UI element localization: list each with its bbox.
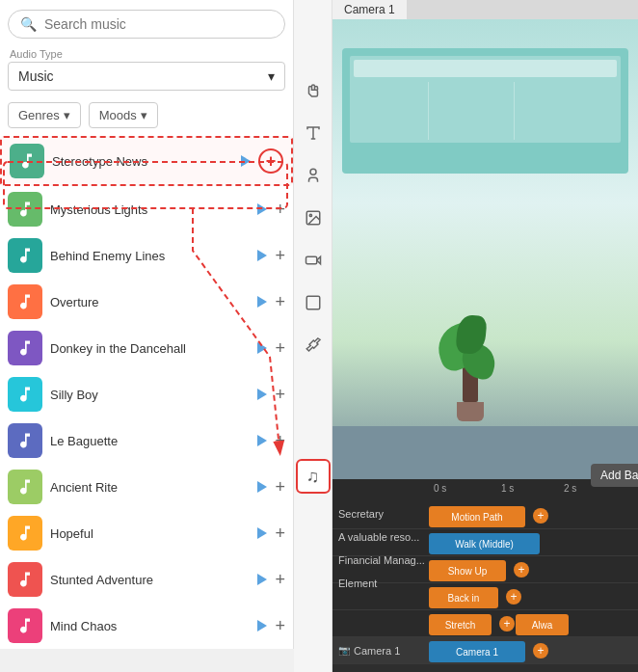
music-list-item[interactable]: Overture+ (0, 279, 293, 325)
moods-label: Moods (99, 108, 137, 122)
audio-type-section: Audio Type Music ▾ (0, 46, 293, 98)
search-box: 🔍 (8, 10, 285, 39)
play-button[interactable] (241, 155, 251, 167)
music-note-button[interactable]: ♫ (296, 459, 331, 494)
add-music-button[interactable]: + (275, 201, 285, 218)
search-icon: 🔍 (20, 16, 37, 32)
search-input[interactable] (44, 16, 273, 32)
add-music-button[interactable]: + (275, 432, 285, 449)
clip-alwa[interactable]: Alwa (516, 614, 569, 635)
music-name-label: Mysterious Lights (50, 202, 250, 217)
clip-walk-middle[interactable]: Walk (Middle) (429, 533, 540, 554)
genres-filter[interactable]: Genres ▾ (8, 102, 81, 128)
music-controls: + (257, 293, 285, 310)
music-list-item[interactable]: Ancient Rite+ (0, 464, 293, 510)
right-panel: Camera 1 Add Background Music (332, 0, 638, 672)
music-list-item[interactable]: Mind Chaos+ (0, 603, 293, 649)
music-controls: + (257, 524, 285, 542)
track-content: Motion Path + (429, 502, 638, 528)
add-music-button[interactable]: + (275, 478, 285, 496)
play-button[interactable] (257, 389, 267, 400)
add-music-button[interactable]: + (275, 247, 285, 264)
music-name-label: Le Baguette (50, 434, 250, 448)
text-tool[interactable] (300, 120, 327, 147)
music-list-item[interactable]: Stereotype News+ (0, 136, 293, 186)
track-add-button[interactable]: + (514, 562, 529, 578)
canvas-scene (332, 19, 638, 479)
music-list-item[interactable]: Silly Boy+ (0, 371, 293, 417)
music-list-item[interactable]: Mysterious Lights+ (0, 186, 293, 232)
music-thumbnail (8, 562, 42, 597)
dropdown-item-element: Element (332, 572, 429, 595)
track-row-background: ▼ Background (332, 664, 638, 672)
play-button[interactable] (257, 250, 267, 261)
video-tool[interactable] (300, 247, 327, 274)
music-controls: + (257, 571, 285, 588)
music-list: Stereotype News+Mysterious Lights+Behind… (0, 136, 293, 649)
track-add-button[interactable]: + (533, 643, 548, 659)
add-music-button[interactable]: + (275, 571, 285, 588)
play-button[interactable] (257, 481, 267, 493)
play-button[interactable] (257, 527, 267, 539)
track-content: Walk (Middle) (429, 529, 638, 555)
add-background-music-popup: Add Background Music (591, 464, 638, 487)
track-content (429, 664, 638, 672)
music-name-label: Silly Boy (50, 388, 250, 402)
music-list-item[interactable]: Hopeful+ (0, 510, 293, 556)
add-music-button[interactable]: + (275, 386, 285, 403)
paint-tool[interactable] (300, 332, 327, 359)
track-label: 📷 Camera 1 (332, 645, 429, 657)
svg-rect-9 (306, 296, 320, 309)
play-button[interactable] (257, 574, 267, 585)
popup-label: Add Background Music (600, 469, 638, 482)
music-controls: + (257, 617, 285, 634)
audio-type-select[interactable]: Music ▾ (8, 62, 285, 91)
add-music-circle-button[interactable]: + (258, 148, 283, 174)
play-button[interactable] (257, 203, 267, 215)
left-panel: 🔍 Audio Type Music ▾ Genres ▾ Moods ▾ St (0, 0, 294, 649)
play-button[interactable] (257, 342, 267, 354)
clip-label: Show Up (448, 566, 488, 577)
box-tool[interactable] (300, 289, 327, 316)
person-tool[interactable] (300, 162, 327, 189)
dropdown-item-financial: Financial Manag... (332, 549, 429, 572)
music-list-item[interactable]: Behind Enemy Lines+ (0, 232, 293, 279)
canvas-area: Camera 1 (332, 0, 638, 479)
track-content: Back in + (429, 583, 638, 609)
play-button[interactable] (257, 296, 267, 308)
music-list-item[interactable]: Le Baguette+ (0, 417, 293, 464)
music-list-item[interactable]: Donkey in the Dancehall+ (0, 325, 293, 371)
moods-filter[interactable]: Moods ▾ (89, 102, 158, 128)
play-button[interactable] (257, 620, 267, 632)
time-marker-1s: 1 s (501, 483, 514, 494)
add-music-button[interactable]: + (275, 339, 285, 357)
canvas-tab: Camera 1 (332, 0, 407, 19)
image-tool[interactable] (300, 204, 327, 231)
music-thumbnail (8, 470, 42, 504)
middle-toolbar: ♫ (294, 0, 332, 672)
add-music-button[interactable]: + (275, 524, 285, 542)
play-button[interactable] (257, 435, 267, 446)
track-add-button[interactable]: + (506, 589, 521, 605)
music-name-label: Stereotype News (52, 154, 233, 169)
clip-motion-path[interactable]: Motion Path (429, 506, 525, 527)
music-name-label: Ancient Rite (50, 480, 250, 495)
music-list-item[interactable]: Stunted Adventure+ (0, 556, 293, 603)
music-thumbnail (8, 423, 42, 458)
hand-tool[interactable] (300, 77, 327, 104)
clip-stretch[interactable]: Stretch (429, 614, 492, 635)
filters-row: Genres ▾ Moods ▾ (0, 98, 293, 136)
music-controls: + (257, 478, 285, 496)
timeline: 0 s 1 s 2 s Motion Path + Walk (Middle) (332, 479, 638, 672)
clip-show-up[interactable]: Show Up (429, 560, 506, 581)
music-name-label: Hopeful (50, 526, 250, 541)
music-thumbnail (10, 144, 44, 178)
clip-back-in[interactable]: Back in (429, 587, 498, 608)
dropdown-list: Secretary A valuable reso... Financial M… (332, 502, 429, 595)
add-music-button[interactable]: + (275, 617, 285, 634)
clip-camera1[interactable]: Camera 1 (429, 641, 525, 662)
add-music-button[interactable]: + (275, 293, 285, 310)
genres-label: Genres (18, 108, 60, 122)
track-add-button[interactable]: + (533, 508, 548, 524)
track-add-button[interactable]: + (499, 616, 515, 632)
